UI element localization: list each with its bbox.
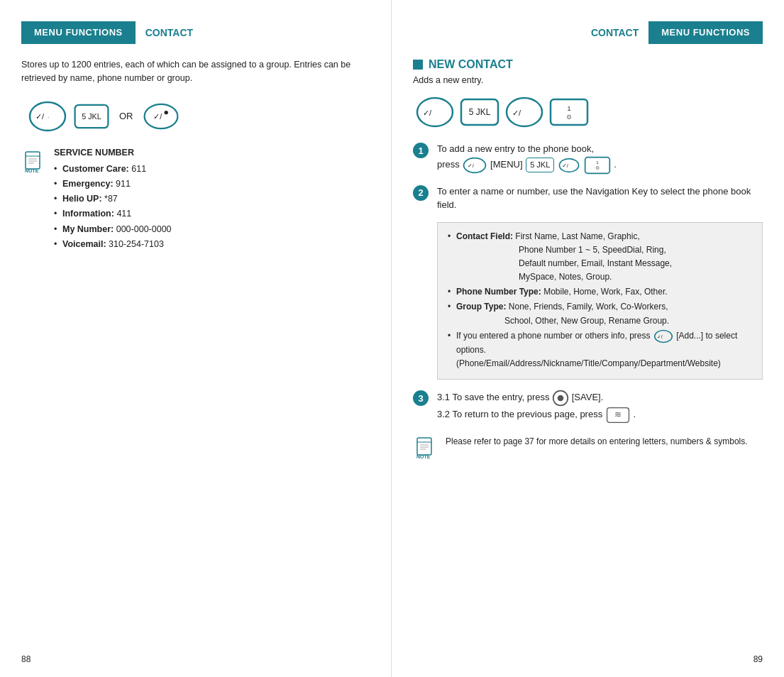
new-contact-section-title: NEW CONTACT: [413, 58, 763, 71]
step-3-text: 3.1 To save the entry, press [SAVE]. 3.2…: [437, 390, 763, 424]
list-item: Customer Care: 611: [54, 162, 172, 177]
step-1: 1 To add a new entry to the phone book, …: [413, 142, 763, 175]
svg-rect-8: [26, 152, 40, 169]
right-menu-functions-label: MENU FUNCTIONS: [648, 21, 763, 44]
new-contact-title: NEW CONTACT: [429, 58, 513, 71]
key-check-info: ✓/: [653, 329, 674, 343]
left-header: MENU FUNCTIONS CONTACT: [21, 21, 370, 44]
page-number-right: 89: [753, 654, 763, 664]
svg-text:5 JKL: 5 JKL: [82, 111, 101, 120]
svg-text:⚙: ⚙: [566, 114, 572, 121]
step-circle-1: 1: [413, 143, 429, 158]
key-5jkl-inline: 5 JKL: [526, 158, 554, 172]
save-circle-icon: [552, 390, 569, 407]
note-section: NOTE SERVICE NUMBER Customer Care: 611 E…: [21, 148, 370, 253]
list-item: Emergency: 911: [54, 177, 172, 192]
info-box: Contact Field: First Name, Last Name, Gr…: [437, 222, 763, 380]
step-2: 2 To enter a name or number, use the Nav…: [413, 185, 763, 212]
svg-text:1: 1: [567, 105, 570, 112]
note-box-right: NOTE Please refer to page 37 for more de…: [413, 435, 763, 461]
note-content: SERVICE NUMBER Customer Care: 611 Emerge…: [54, 148, 172, 253]
page-number-left: 88: [21, 654, 31, 664]
keypad-key-right: 5 JKL: [458, 97, 501, 128]
menu-key-inline: ✓/: [462, 157, 487, 174]
svg-text:✓/: ✓/: [468, 163, 475, 169]
svg-point-7: [164, 110, 167, 114]
svg-text:NOTE: NOTE: [416, 454, 431, 459]
left-menu-functions-label: MENU FUNCTIONS: [21, 21, 136, 44]
list-item: Helio UP: *87: [54, 192, 172, 207]
adds-entry-text: Adds a new entry.: [413, 75, 763, 85]
service-number-title: SERVICE NUMBER: [54, 148, 172, 158]
left-page: MENU FUNCTIONS CONTACT Stores up to 1200…: [0, 0, 392, 677]
svg-rect-20: [551, 99, 587, 125]
svg-rect-36: [417, 438, 431, 455]
svg-text:≋: ≋: [614, 410, 622, 420]
list-item: My Number: 000-000-0000: [54, 222, 172, 237]
list-item: Information: 411: [54, 207, 172, 221]
svg-text:⚙: ⚙: [595, 165, 600, 170]
step-1-text: To add a new entry to the phone book, pr…: [437, 142, 763, 175]
phone-dial-icon-1: ✓/ ·: [28, 101, 67, 132]
info-item-phone-type: Phone Number Type: Mobile, Home, Work, F…: [448, 285, 752, 299]
step-3: 3 3.1 To save the entry, press [SAVE]. 3…: [413, 390, 763, 424]
step-circle-2: 2: [413, 185, 429, 201]
right-header: CONTACT MENU FUNCTIONS: [413, 21, 763, 44]
service-number-list: Customer Care: 611 Emergency: 911 Helio …: [54, 162, 172, 253]
right-page: CONTACT MENU FUNCTIONS NEW CONTACT Adds …: [392, 0, 784, 677]
svg-text:✓/: ✓/: [153, 112, 162, 121]
list-item: Voicemail: 310-254-7103: [54, 237, 172, 252]
teal-square-icon: [413, 60, 423, 70]
svg-text:·: ·: [48, 114, 50, 121]
phone-key-2: ✓/: [505, 97, 543, 128]
phone-icon-2: ✓/: [142, 101, 180, 132]
svg-text:1: 1: [596, 160, 599, 165]
svg-text:✓/: ✓/: [562, 163, 569, 169]
back-key-icon: ≋: [605, 407, 631, 424]
svg-text:NOTE: NOTE: [25, 168, 39, 173]
svg-text:✓/: ✓/: [512, 109, 521, 117]
phone-icons-row-left: ✓/ · 5 JKL OR ✓/: [28, 101, 370, 132]
info-item-phone-entry: If you entered a phone number or others …: [448, 329, 752, 370]
svg-text:5 JKL: 5 JKL: [469, 107, 491, 117]
note-icon-right: NOTE: [413, 435, 438, 461]
note-icon: NOTE: [21, 149, 47, 175]
info-item-contact-field: Contact Field: First Name, Last Name, Gr…: [448, 230, 752, 285]
phone-key-3: 1 ⚙: [548, 97, 590, 128]
intro-text: Stores up to 1200 entries, each of which…: [21, 58, 370, 85]
svg-text:✓/: ✓/: [657, 334, 663, 339]
svg-text:✓/: ✓/: [423, 109, 432, 117]
step-2-text: To enter a name or number, use the Navig…: [437, 185, 763, 212]
left-contact-label: CONTACT: [136, 21, 203, 44]
note-text-right: Please refer to page 37 for more details…: [446, 435, 748, 448]
or-label: OR: [116, 111, 136, 121]
right-contact-label: CONTACT: [581, 21, 648, 44]
phone-icons-row-right: ✓/ 5 JKL ✓/ 1 ⚙: [416, 97, 763, 128]
key-check-inline: ✓/: [558, 158, 580, 173]
info-item-group-type: Group Type: None, Friends, Family, Work,…: [448, 300, 752, 327]
phone-key-1: ✓/: [416, 97, 454, 128]
info-list: Contact Field: First Name, Last Name, Gr…: [448, 230, 752, 371]
key-end-inline: 1 ⚙: [583, 156, 612, 175]
svg-point-33: [558, 395, 564, 402]
step-circle-3: 3: [413, 390, 429, 406]
svg-text:✓/: ✓/: [35, 112, 45, 121]
keypad-icon: 5 JKL: [72, 101, 111, 132]
